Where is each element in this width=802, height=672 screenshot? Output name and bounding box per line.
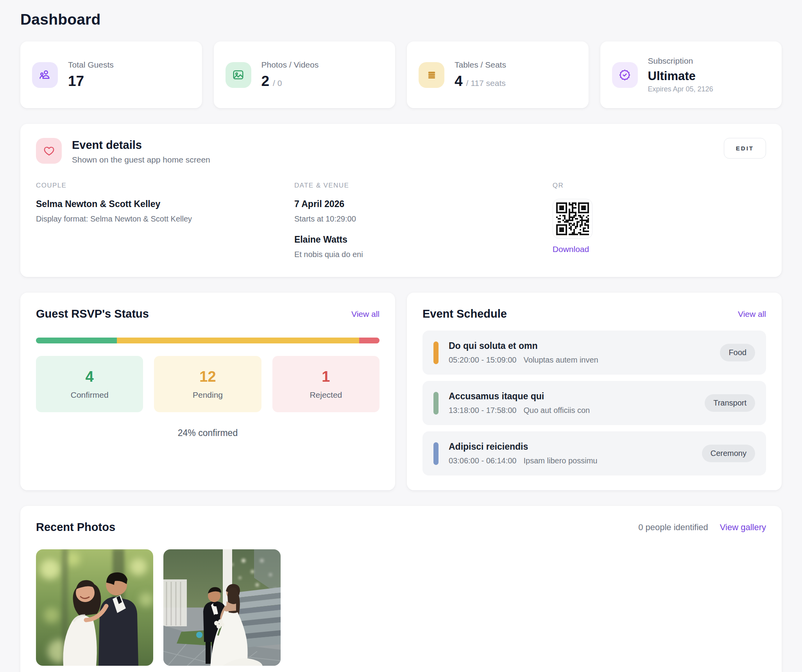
- rejected-count: 1: [276, 368, 376, 385]
- schedule-tag: Transport: [705, 394, 755, 412]
- pending-tile: 12 Pending: [154, 356, 261, 412]
- event-start-time: Starts at 10:29:00: [294, 214, 553, 223]
- schedule-item[interactable]: Adipisci reiciendis 03:06:00 - 06:14:00 …: [422, 431, 766, 475]
- couple-section: COUPLE Selma Newton & Scott Kelley Displ…: [36, 182, 294, 259]
- date-venue-section: DATE & VENUE 7 April 2026 Starts at 10:2…: [294, 182, 553, 259]
- qr-download-link[interactable]: Download: [553, 245, 589, 254]
- rejected-label: Rejected: [276, 390, 376, 400]
- stat-card-total-guests: Total Guests 17: [20, 41, 202, 108]
- rsvp-view-all-link[interactable]: View all: [351, 309, 380, 319]
- qr-section: QR Download: [553, 182, 766, 259]
- stat-label: Tables / Seats: [455, 60, 506, 70]
- rsvp-progress-bar: [36, 338, 380, 343]
- schedule-list: Do qui soluta et omn 05:20:00 - 15:09:00…: [422, 331, 766, 475]
- edit-button[interactable]: EDIT: [724, 138, 766, 159]
- schedule-color-bar: [433, 341, 439, 364]
- schedule-item-time: 13:18:00 - 17:58:00: [449, 406, 516, 415]
- progress-confirmed-segment: [36, 338, 117, 343]
- venue-name: Elaine Watts: [294, 234, 553, 245]
- event-details-title: Event details: [72, 139, 210, 152]
- schedule-item-desc: Quo aut officiis con: [523, 406, 590, 415]
- qr-code-box: [553, 199, 593, 239]
- confirmed-label: Confirmed: [40, 390, 139, 400]
- schedule-item-title: Do qui soluta et omn: [449, 341, 598, 351]
- recent-photo-couple-steps[interactable]: [163, 549, 281, 666]
- couple-heading: COUPLE: [36, 182, 294, 189]
- venue-note: Et nobis quia do eni: [294, 250, 553, 259]
- schedule-color-bar: [433, 442, 439, 465]
- stat-label: Total Guests: [68, 60, 114, 70]
- progress-rejected-segment: [359, 338, 380, 343]
- rsvp-summary: 24% confirmed: [36, 428, 380, 438]
- stat-card-photos-videos: Photos / Videos 2/ 0: [214, 41, 396, 108]
- schedule-title: Event Schedule: [422, 307, 507, 320]
- view-gallery-link[interactable]: View gallery: [720, 522, 766, 533]
- rsvp-card: Guest RSVP's Status View all 4 Confirmed…: [20, 293, 395, 490]
- rejected-tile: 1 Rejected: [272, 356, 380, 412]
- image-icon: [226, 62, 251, 88]
- schedule-item-time: 03:06:00 - 06:14:00: [449, 456, 516, 465]
- stat-value: 2: [261, 73, 270, 89]
- schedule-view-all-link[interactable]: View all: [738, 309, 766, 319]
- confirmed-tile: 4 Confirmed: [36, 356, 143, 412]
- event-details-subtitle: Shown on the guest app home screen: [72, 155, 210, 164]
- schedule-item-time: 05:20:00 - 15:09:00: [449, 356, 516, 365]
- schedule-item[interactable]: Do qui soluta et omn 05:20:00 - 15:09:00…: [422, 331, 766, 375]
- recent-photos-card: Recent Photos 0 people identified View g…: [20, 506, 782, 672]
- schedule-item[interactable]: Accusamus itaque qui 13:18:00 - 17:58:00…: [422, 381, 766, 425]
- schedule-item-desc: Voluptas autem inven: [523, 356, 598, 365]
- schedule-item-title: Accusamus itaque qui: [449, 391, 590, 402]
- qr-heading: QR: [553, 182, 766, 189]
- stat-value: 4: [455, 73, 463, 89]
- pending-label: Pending: [158, 390, 257, 400]
- stat-value: 17: [68, 73, 84, 89]
- recent-photo-couple-park[interactable]: [36, 549, 153, 666]
- schedule-color-bar: [433, 392, 439, 415]
- event-details-card: Event details Shown on the guest app hom…: [20, 124, 782, 277]
- page-title: Dashboard: [20, 11, 782, 28]
- people-identified-count: 0 people identified: [638, 522, 708, 533]
- stat-suffix: / 117 seats: [466, 79, 506, 88]
- progress-pending-segment: [117, 338, 359, 343]
- recent-photos-title: Recent Photos: [36, 521, 115, 534]
- photos-row: [36, 549, 766, 666]
- event-date: 7 April 2026: [294, 199, 553, 209]
- stat-card-tables-seats: Tables / Seats 4/ 117 seats: [407, 41, 589, 108]
- pending-count: 12: [158, 368, 257, 385]
- couple-display-format: Display format: Selma Newton & Scott Kel…: [36, 214, 294, 223]
- stat-suffix: / 0: [273, 79, 282, 88]
- date-venue-heading: DATE & VENUE: [294, 182, 553, 189]
- users-icon: [32, 62, 58, 88]
- subscription-expiry: Expires Apr 05, 2126: [648, 85, 713, 93]
- couple-names: Selma Newton & Scott Kelley: [36, 199, 294, 209]
- rows-icon: [419, 62, 444, 88]
- schedule-card: Event Schedule View all Do qui soluta et…: [407, 293, 782, 490]
- schedule-item-title: Adipisci reiciendis: [449, 441, 597, 452]
- stat-label: Subscription: [648, 56, 713, 66]
- stat-label: Photos / Videos: [261, 60, 319, 70]
- badge-check-icon: [612, 62, 638, 88]
- qr-code: [556, 202, 589, 235]
- heart-icon: [36, 138, 62, 164]
- schedule-tag: Food: [720, 344, 755, 361]
- schedule-item-desc: Ipsam libero possimu: [523, 456, 597, 465]
- stat-card-subscription: Subscription Ultimate Expires Apr 05, 21…: [600, 41, 782, 108]
- middle-row: Guest RSVP's Status View all 4 Confirmed…: [20, 293, 782, 490]
- dashboard-page: Dashboard Total Guests 17: [0, 0, 802, 672]
- schedule-tag: Ceremony: [702, 445, 755, 462]
- subscription-plan: Ultimate: [648, 69, 713, 83]
- confirmed-count: 4: [40, 368, 139, 385]
- stats-row: Total Guests 17 Photos / Videos 2/ 0: [20, 41, 782, 108]
- rsvp-title: Guest RSVP's Status: [36, 307, 149, 320]
